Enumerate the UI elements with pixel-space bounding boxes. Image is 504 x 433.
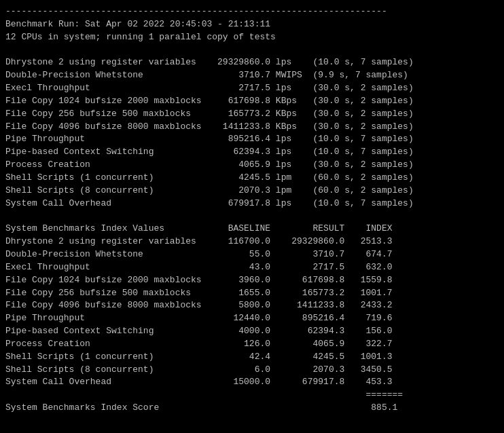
terminal: ----------------------------------------…: [5, 5, 499, 433]
content: ----------------------------------------…: [5, 5, 499, 433]
